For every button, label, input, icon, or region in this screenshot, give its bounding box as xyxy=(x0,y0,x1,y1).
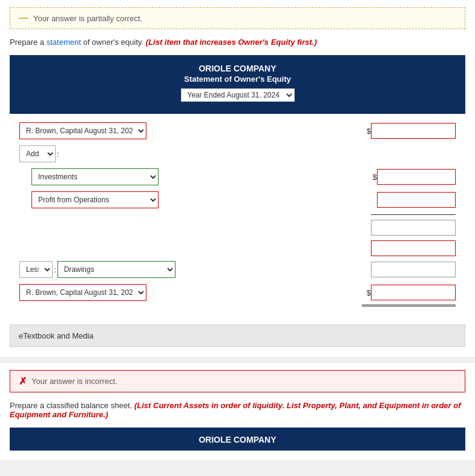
partial-correct-alert: — Your answer is partially correct. xyxy=(10,7,465,29)
less-drawings-row: Less : Drawings xyxy=(19,261,456,278)
equity-form: R. Brown, Capital August 31, 2024 $ Add … xyxy=(10,114,465,319)
instruction-highlight: (List item that increases Owner's Equity… xyxy=(146,38,317,47)
statement-title: Statement of Owner's Equity xyxy=(19,74,456,84)
less-select[interactable]: Less xyxy=(19,261,53,278)
statement-header: ORIOLE COMPANY Statement of Owner's Equi… xyxy=(10,55,465,114)
capital-start-select[interactable]: R. Brown, Capital August 31, 2024 xyxy=(19,122,146,139)
investments-row: Investments $ xyxy=(19,168,456,185)
capital-start-row: R. Brown, Capital August 31, 2024 $ xyxy=(19,122,456,139)
capital-end-input[interactable] xyxy=(371,285,456,300)
partial-correct-text: Your answer is partially correct. xyxy=(33,14,142,23)
incorrect-text: Your answer is incorrect. xyxy=(31,377,117,386)
add-select[interactable]: Add xyxy=(19,145,56,162)
instruction-2-main: Prepare a classified balance sheet. xyxy=(10,401,132,410)
dollar-sign-1: $ xyxy=(367,127,371,136)
company-name: ORIOLE COMPANY xyxy=(19,64,456,73)
dash-icon: — xyxy=(19,13,28,24)
add-row: Add : xyxy=(19,145,456,162)
drawings-input[interactable] xyxy=(371,262,456,277)
subtotal-2-input[interactable] xyxy=(371,240,456,256)
incorrect-alert: ✗ Your answer is incorrect. xyxy=(10,370,465,392)
period-select[interactable]: Year Ended August 31, 2024 xyxy=(181,88,295,102)
colon-2: : xyxy=(54,265,56,274)
investments-input[interactable] xyxy=(377,169,456,185)
statement-link[interactable]: statement xyxy=(47,38,81,47)
balance-sheet-header: ORIOLE COMPANY xyxy=(10,428,465,451)
etextbook-media: Media xyxy=(72,331,93,340)
drawings-select[interactable]: Drawings xyxy=(57,261,175,278)
profit-input[interactable] xyxy=(377,192,456,208)
profit-row: Profit from Operations xyxy=(19,191,456,208)
colon-1: : xyxy=(57,150,59,159)
profit-select[interactable]: Profit from Operations xyxy=(31,191,159,208)
instruction-2-text: Prepare a classified balance sheet. (Lis… xyxy=(10,401,465,419)
subtotal-1-row xyxy=(19,220,456,236)
investments-select[interactable]: Investments xyxy=(31,168,159,185)
subtotal-1-input[interactable] xyxy=(371,220,456,236)
instruction-text: Prepare a statement of owner's equity. (… xyxy=(10,38,465,47)
company-name-2: ORIOLE COMPANY xyxy=(19,435,456,445)
dollar-sign-3: $ xyxy=(367,288,371,297)
etextbook-label: eTextbook xyxy=(19,331,57,340)
etextbook-bar: eTextbook and Media xyxy=(10,325,465,347)
capital-end-row: R. Brown, Capital August 31, 2024 $ xyxy=(19,284,456,301)
capital-start-input[interactable] xyxy=(371,123,456,139)
subtotal-2-row xyxy=(19,240,456,256)
x-icon: ✗ xyxy=(19,375,27,387)
capital-end-select[interactable]: R. Brown, Capital August 31, 2024 xyxy=(19,284,146,301)
dollar-sign-2: $ xyxy=(373,173,377,182)
